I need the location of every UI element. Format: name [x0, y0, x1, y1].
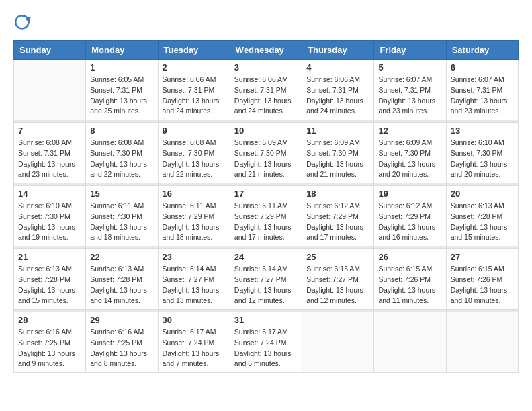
day-number: 27	[451, 252, 514, 262]
day-info: Sunrise: 6:14 AMSunset: 7:27 PMDaylight:…	[163, 264, 226, 306]
calendar-cell: 10 Sunrise: 6:09 AMSunset: 7:30 PMDaylig…	[230, 123, 302, 183]
calendar-cell	[374, 312, 446, 373]
calendar-cell: 1 Sunrise: 6:05 AMSunset: 7:31 PMDayligh…	[86, 60, 158, 120]
calendar-cell: 13 Sunrise: 6:10 AMSunset: 7:30 PMDaylig…	[446, 123, 518, 183]
calendar-cell	[14, 60, 86, 120]
calendar-cell: 31 Sunrise: 6:17 AMSunset: 7:24 PMDaylig…	[230, 312, 302, 373]
day-number: 31	[234, 315, 298, 325]
calendar-cell: 28 Sunrise: 6:16 AMSunset: 7:25 PMDaylig…	[14, 312, 86, 373]
day-number: 21	[18, 252, 81, 262]
day-info: Sunrise: 6:17 AMSunset: 7:24 PMDaylight:…	[234, 327, 298, 369]
day-number: 12	[378, 126, 441, 136]
calendar-cell: 18 Sunrise: 6:12 AMSunset: 7:29 PMDaylig…	[302, 186, 374, 246]
day-number: 15	[90, 189, 153, 199]
calendar-cell: 3 Sunrise: 6:06 AMSunset: 7:31 PMDayligh…	[230, 60, 302, 120]
day-info: Sunrise: 6:12 AMSunset: 7:29 PMDaylight:…	[378, 201, 441, 243]
day-info: Sunrise: 6:17 AMSunset: 7:24 PMDaylight:…	[163, 327, 226, 369]
day-number: 16	[163, 189, 226, 199]
calendar-header-sunday: Sunday	[14, 41, 86, 60]
day-number: 10	[234, 126, 298, 136]
calendar-cell: 2 Sunrise: 6:06 AMSunset: 7:31 PMDayligh…	[158, 60, 230, 120]
calendar-cell: 24 Sunrise: 6:14 AMSunset: 7:27 PMDaylig…	[230, 249, 302, 310]
calendar-cell: 15 Sunrise: 6:11 AMSunset: 7:30 PMDaylig…	[86, 186, 158, 246]
day-number: 6	[451, 62, 514, 73]
calendar-cell: 14 Sunrise: 6:10 AMSunset: 7:30 PMDaylig…	[14, 186, 86, 246]
day-number: 4	[306, 62, 369, 73]
calendar-cell: 30 Sunrise: 6:17 AMSunset: 7:24 PMDaylig…	[158, 312, 230, 373]
day-number: 29	[90, 315, 153, 325]
calendar-header-thursday: Thursday	[302, 41, 374, 60]
calendar-cell: 16 Sunrise: 6:11 AMSunset: 7:29 PMDaylig…	[158, 186, 230, 246]
calendar-cell: 11 Sunrise: 6:09 AMSunset: 7:30 PMDaylig…	[302, 123, 374, 183]
day-info: Sunrise: 6:11 AMSunset: 7:29 PMDaylight:…	[234, 201, 298, 243]
day-number: 24	[234, 252, 298, 262]
calendar-cell: 29 Sunrise: 6:16 AMSunset: 7:25 PMDaylig…	[86, 312, 158, 373]
day-info: Sunrise: 6:15 AMSunset: 7:26 PMDaylight:…	[378, 264, 441, 306]
day-number: 8	[90, 126, 153, 136]
day-info: Sunrise: 6:16 AMSunset: 7:25 PMDaylight:…	[18, 327, 81, 369]
day-info: Sunrise: 6:08 AMSunset: 7:31 PMDaylight:…	[18, 138, 81, 180]
day-number: 11	[306, 126, 369, 136]
calendar-cell: 23 Sunrise: 6:14 AMSunset: 7:27 PMDaylig…	[158, 249, 230, 310]
day-info: Sunrise: 6:13 AMSunset: 7:28 PMDaylight:…	[18, 264, 81, 306]
day-info: Sunrise: 6:13 AMSunset: 7:28 PMDaylight:…	[90, 264, 153, 306]
calendar-cell: 6 Sunrise: 6:07 AMSunset: 7:31 PMDayligh…	[446, 60, 518, 120]
day-info: Sunrise: 6:15 AMSunset: 7:26 PMDaylight:…	[451, 264, 514, 306]
day-number: 26	[378, 252, 441, 262]
calendar-cell: 25 Sunrise: 6:15 AMSunset: 7:27 PMDaylig…	[302, 249, 374, 310]
day-number: 28	[18, 315, 81, 325]
day-number: 3	[234, 62, 298, 73]
day-info: Sunrise: 6:11 AMSunset: 7:30 PMDaylight:…	[90, 201, 153, 243]
day-info: Sunrise: 6:08 AMSunset: 7:30 PMDaylight:…	[90, 138, 153, 180]
day-number: 25	[306, 252, 369, 262]
day-info: Sunrise: 6:09 AMSunset: 7:30 PMDaylight:…	[306, 138, 369, 180]
calendar-week-row: 14 Sunrise: 6:10 AMSunset: 7:30 PMDaylig…	[14, 186, 519, 246]
calendar-cell: 22 Sunrise: 6:13 AMSunset: 7:28 PMDaylig…	[86, 249, 158, 310]
calendar-cell: 12 Sunrise: 6:09 AMSunset: 7:30 PMDaylig…	[374, 123, 446, 183]
day-info: Sunrise: 6:06 AMSunset: 7:31 PMDaylight:…	[306, 75, 369, 117]
day-info: Sunrise: 6:06 AMSunset: 7:31 PMDaylight:…	[163, 75, 226, 117]
day-info: Sunrise: 6:10 AMSunset: 7:30 PMDaylight:…	[18, 201, 81, 243]
calendar: SundayMondayTuesdayWednesdayThursdayFrid…	[13, 40, 519, 373]
calendar-week-row: 28 Sunrise: 6:16 AMSunset: 7:25 PMDaylig…	[14, 312, 519, 373]
calendar-cell: 7 Sunrise: 6:08 AMSunset: 7:31 PMDayligh…	[14, 123, 86, 183]
day-number: 5	[378, 62, 441, 73]
day-info: Sunrise: 6:09 AMSunset: 7:30 PMDaylight:…	[378, 138, 441, 180]
calendar-cell: 21 Sunrise: 6:13 AMSunset: 7:28 PMDaylig…	[14, 249, 86, 310]
header	[13, 13, 519, 35]
calendar-cell: 19 Sunrise: 6:12 AMSunset: 7:29 PMDaylig…	[374, 186, 446, 246]
day-number: 14	[18, 189, 81, 199]
calendar-cell	[302, 312, 374, 373]
day-number: 30	[163, 315, 226, 325]
calendar-cell: 27 Sunrise: 6:15 AMSunset: 7:26 PMDaylig…	[446, 249, 518, 310]
day-number: 22	[90, 252, 153, 262]
calendar-header-tuesday: Tuesday	[158, 41, 230, 60]
calendar-cell: 5 Sunrise: 6:07 AMSunset: 7:31 PMDayligh…	[374, 60, 446, 120]
day-number: 2	[163, 62, 226, 73]
day-number: 20	[451, 189, 514, 199]
day-info: Sunrise: 6:07 AMSunset: 7:31 PMDaylight:…	[378, 75, 441, 117]
calendar-cell: 26 Sunrise: 6:15 AMSunset: 7:26 PMDaylig…	[374, 249, 446, 310]
calendar-header-row: SundayMondayTuesdayWednesdayThursdayFrid…	[14, 41, 519, 60]
day-info: Sunrise: 6:13 AMSunset: 7:28 PMDaylight:…	[451, 201, 514, 243]
day-info: Sunrise: 6:14 AMSunset: 7:27 PMDaylight:…	[234, 264, 298, 306]
calendar-header-saturday: Saturday	[446, 41, 518, 60]
calendar-cell: 17 Sunrise: 6:11 AMSunset: 7:29 PMDaylig…	[230, 186, 302, 246]
day-info: Sunrise: 6:10 AMSunset: 7:30 PMDaylight:…	[451, 138, 514, 180]
day-info: Sunrise: 6:07 AMSunset: 7:31 PMDaylight:…	[451, 75, 514, 117]
logo	[13, 13, 38, 35]
day-number: 17	[234, 189, 298, 199]
day-number: 9	[163, 126, 226, 136]
day-number: 13	[451, 126, 514, 136]
calendar-cell: 9 Sunrise: 6:08 AMSunset: 7:30 PMDayligh…	[158, 123, 230, 183]
calendar-header-monday: Monday	[86, 41, 158, 60]
calendar-week-row: 21 Sunrise: 6:13 AMSunset: 7:28 PMDaylig…	[14, 249, 519, 310]
day-info: Sunrise: 6:08 AMSunset: 7:30 PMDaylight:…	[163, 138, 226, 180]
day-info: Sunrise: 6:16 AMSunset: 7:25 PMDaylight:…	[90, 327, 153, 369]
day-number: 18	[306, 189, 369, 199]
day-info: Sunrise: 6:06 AMSunset: 7:31 PMDaylight:…	[234, 75, 298, 117]
calendar-header-wednesday: Wednesday	[230, 41, 302, 60]
calendar-cell: 4 Sunrise: 6:06 AMSunset: 7:31 PMDayligh…	[302, 60, 374, 120]
day-number: 19	[378, 189, 441, 199]
day-info: Sunrise: 6:09 AMSunset: 7:30 PMDaylight:…	[234, 138, 298, 180]
